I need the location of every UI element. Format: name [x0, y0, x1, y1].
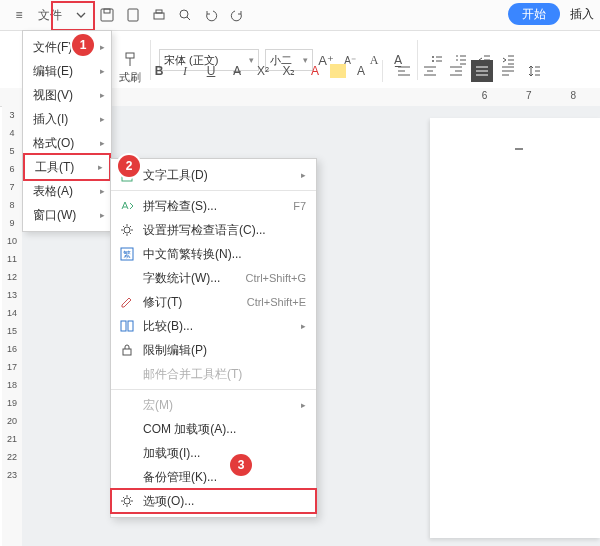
align-distribute-icon[interactable] [497, 60, 519, 82]
submenu-item[interactable]: 修订(T)Ctrl+Shift+E [111, 290, 316, 314]
superscript-button[interactable]: X² [252, 60, 274, 82]
submenu-item[interactable]: 加载项(I)... [111, 441, 316, 465]
submenu-item[interactable]: 设置拼写检查语言(C)... [111, 218, 316, 242]
menu-item[interactable]: 文件(F)▸ [23, 35, 111, 59]
submenu-item-label: 拼写检查(S)... [143, 198, 293, 215]
ruler-tick: 16 [2, 340, 22, 358]
shortcut-label: Ctrl+Shift+E [247, 296, 306, 308]
subscript-button[interactable]: X₂ [278, 60, 300, 82]
abc-icon [119, 198, 135, 214]
pen-icon [119, 294, 135, 310]
svg-rect-6 [126, 53, 134, 58]
menu-item[interactable]: 工具(T)▸ [23, 153, 111, 181]
underline-button[interactable]: U [200, 60, 222, 82]
start-button[interactable]: 开始 [508, 3, 560, 25]
menu-item[interactable]: 视图(V)▸ [23, 83, 111, 107]
strike-button[interactable]: A̶ [226, 60, 248, 82]
blank-icon [119, 469, 135, 485]
submenu-item[interactable]: 限制编辑(P) [111, 338, 316, 362]
ruler-tick: 4 [2, 124, 22, 142]
gear-icon [119, 493, 135, 509]
highlight-color-button[interactable] [330, 64, 346, 78]
bold-button[interactable]: B [148, 60, 170, 82]
menu-item[interactable]: 插入(I)▸ [23, 107, 111, 131]
svg-rect-14 [128, 321, 133, 331]
file-menu-label[interactable]: 文件 [34, 4, 66, 26]
submenu-item: 邮件合并工具栏(T) [111, 362, 316, 386]
submenu-item-label: 加载项(I)... [143, 445, 306, 462]
menu-item-label: 格式(O) [33, 135, 74, 152]
ruler-tick: 13 [2, 286, 22, 304]
submenu-item-label: 设置拼写检查语言(C)... [143, 222, 306, 239]
chevron-right-icon: ▸ [100, 186, 105, 196]
vertical-ruler: 34567891011121314151617181920212223 [2, 106, 23, 546]
align-right-icon[interactable] [445, 60, 467, 82]
menu-item[interactable]: 格式(O)▸ [23, 131, 111, 155]
print-icon[interactable] [148, 4, 170, 26]
align-center-icon[interactable] [419, 60, 441, 82]
ruler-tick: 22 [2, 448, 22, 466]
svg-rect-4 [156, 10, 162, 13]
ruler-tick: 11 [2, 250, 22, 268]
submenu-item[interactable]: 比较(B)...▸ [111, 314, 316, 338]
file-menu-chevron-icon[interactable] [70, 4, 92, 26]
ruler-tick: 21 [2, 430, 22, 448]
ribbon-tab-insert[interactable]: 插入 [570, 6, 594, 23]
submenu-item[interactable]: 选项(O)... [111, 489, 316, 513]
shortcut-label: F7 [293, 200, 306, 212]
submenu-item[interactable]: COM 加载项(A)... [111, 417, 316, 441]
menu-item[interactable]: 编辑(E)▸ [23, 59, 111, 83]
submenu-item-label: 修订(T) [143, 294, 247, 311]
file-dropdown-menu: 文件(F)▸编辑(E)▸视图(V)▸插入(I)▸格式(O)▸工具(T)▸表格(A… [22, 30, 112, 232]
ribbon-row-2: B I U A̶ X² X₂ A A [148, 60, 545, 82]
hamburger-icon[interactable]: ≡ [8, 4, 30, 26]
chevron-right-icon: ▸ [301, 321, 306, 331]
submenu-item-label: 宏(M) [143, 397, 295, 414]
submenu-item[interactable]: 字数统计(W)...Ctrl+Shift+G [111, 266, 316, 290]
line-spacing-icon[interactable] [523, 60, 545, 82]
svg-rect-1 [104, 9, 110, 13]
menu-item-label: 编辑(E) [33, 63, 73, 80]
new-doc-icon[interactable] [122, 4, 144, 26]
blank-icon [119, 366, 135, 382]
submenu-item[interactable]: 备份管理(K)... [111, 465, 316, 489]
redo-icon[interactable] [226, 4, 248, 26]
save-icon[interactable] [96, 4, 118, 26]
menu-item-label: 表格(A) [33, 183, 73, 200]
quick-access-bar: ≡ 文件 开始 插入 [0, 0, 600, 31]
submenu-item[interactable]: 拼写检查(S)...F7 [111, 194, 316, 218]
svg-rect-0 [101, 9, 113, 21]
submenu-item[interactable]: 繁中文简繁转换(N)... [111, 242, 316, 266]
ruler-numbers: 6 7 8 [482, 90, 594, 101]
align-justify-icon[interactable] [471, 60, 493, 82]
blank-icon [119, 421, 135, 437]
tools-submenu: 文字工具(D)▸拼写检查(S)...F7设置拼写检查语言(C)...繁中文简繁转… [110, 158, 317, 518]
svg-rect-15 [123, 349, 131, 355]
ruler-tick: 5 [2, 142, 22, 160]
ruler-tick: 7 [2, 178, 22, 196]
clear-color-button[interactable]: A [350, 60, 372, 82]
ruler-tick: 10 [2, 232, 22, 250]
submenu-item[interactable]: 文字工具(D)▸ [111, 163, 316, 187]
font-color-button[interactable]: A [304, 60, 326, 82]
ruler-tick: 14 [2, 304, 22, 322]
undo-icon[interactable] [200, 4, 222, 26]
ruler-tick: 6 [2, 160, 22, 178]
cmp-icon [119, 318, 135, 334]
chevron-right-icon: ▸ [301, 400, 306, 410]
ruler-tick: 9 [2, 214, 22, 232]
ruler-tick: 19 [2, 394, 22, 412]
ruler-tick: 20 [2, 412, 22, 430]
align-left-icon[interactable] [393, 60, 415, 82]
menu-item[interactable]: 表格(A)▸ [23, 179, 111, 203]
chevron-right-icon: ▸ [301, 170, 306, 180]
svg-rect-13 [121, 321, 126, 331]
submenu-item-label: 选项(O)... [143, 493, 306, 510]
italic-button[interactable]: I [174, 60, 196, 82]
submenu-item-label: 文字工具(D) [143, 167, 295, 184]
preview-icon[interactable] [174, 4, 196, 26]
separator [382, 60, 383, 82]
menu-item[interactable]: 窗口(W)▸ [23, 203, 111, 227]
ruler-tick: 3 [2, 106, 22, 124]
format-painter-icon[interactable] [120, 49, 142, 71]
